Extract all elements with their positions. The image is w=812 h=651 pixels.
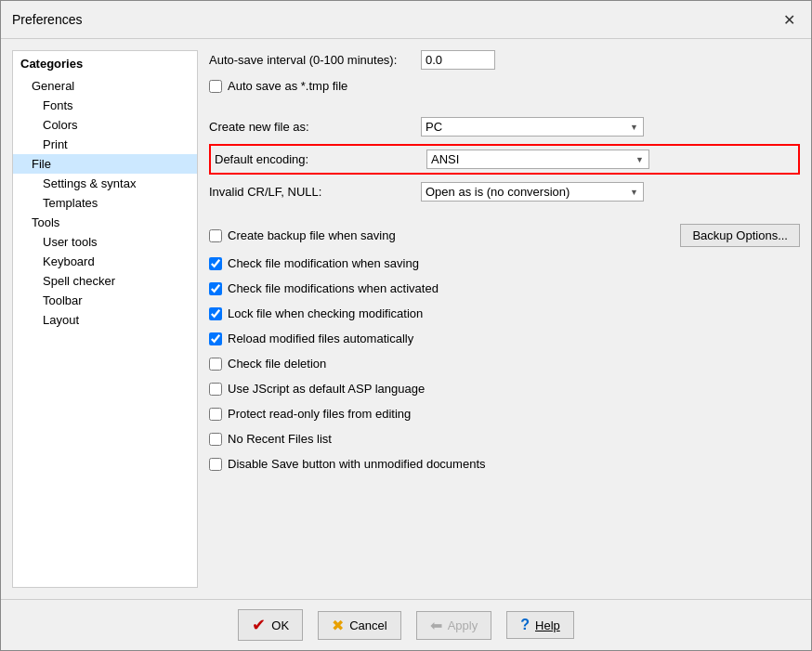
apply-button[interactable]: ⬅ Apply [416, 611, 492, 640]
backup-checkbox-row: Create backup file when saving [209, 227, 396, 244]
autosave-tmp-checkbox[interactable] [209, 80, 222, 93]
help-icon: ? [520, 617, 530, 633]
jscript-checkbox[interactable] [209, 383, 222, 396]
check-mod-activated-checkbox[interactable] [209, 282, 222, 295]
sidebar-item-colors[interactable]: Colors [13, 115, 197, 135]
help-button[interactable]: ? Help [506, 611, 574, 639]
create-new-select-wrapper: PC Unix Mac [421, 117, 644, 137]
dialog-title: Preferences [12, 12, 82, 27]
no-recent-label: No Recent Files list [228, 432, 332, 446]
reload-modified-row: Reload modified files automatically [209, 330, 800, 347]
protect-readonly-checkbox[interactable] [209, 408, 222, 421]
check-mod-saving-checkbox[interactable] [209, 257, 222, 270]
invalid-crlf-select[interactable]: Open as is (no conversion) Convert to Un… [421, 182, 644, 202]
sidebar-item-print[interactable]: Print [13, 135, 197, 154]
invalid-crlf-row: Invalid CR/LF, NULL: Open as is (no conv… [209, 182, 800, 202]
dialog-footer: ✔ OK ✖ Cancel ⬅ Apply ? Help [1, 599, 811, 650]
sidebar-item-keyboard[interactable]: Keyboard [13, 252, 197, 271]
sidebar-item-user-tools[interactable]: User tools [13, 232, 197, 252]
apply-label: Apply [448, 618, 478, 632]
close-button[interactable]: ✕ [778, 8, 800, 31]
protect-readonly-label: Protect read-only files from editing [228, 407, 411, 421]
default-encoding-row: Default encoding: ANSI UTF-8 UTF-16 UTF-… [209, 144, 800, 175]
check-mod-activated-label: Check file modifications when activated [228, 281, 439, 295]
lock-file-row: Lock file when checking modification [209, 305, 800, 322]
preferences-dialog: Preferences ✕ Categories General Fonts C… [0, 0, 812, 651]
sidebar-item-tools[interactable]: Tools [13, 213, 197, 232]
protect-readonly-row: Protect read-only files from editing [209, 405, 800, 423]
main-panel: Auto-save interval (0-100 minutes): Auto… [209, 50, 800, 588]
disable-save-row: Disable Save button with unmodified docu… [209, 455, 800, 473]
default-encoding-label: Default encoding: [215, 152, 419, 166]
sidebar-item-spell-checker[interactable]: Spell checker [13, 271, 197, 291]
ok-label: OK [271, 618, 289, 632]
no-recent-row: No Recent Files list [209, 430, 800, 448]
ok-icon: ✔ [252, 615, 266, 635]
title-bar: Preferences ✕ [1, 1, 811, 39]
check-deletion-label: Check file deletion [228, 357, 326, 371]
default-encoding-select-wrapper: ANSI UTF-8 UTF-16 UTF-32 [426, 150, 649, 169]
sidebar-item-layout[interactable]: Layout [13, 310, 197, 330]
reload-modified-checkbox[interactable] [209, 332, 222, 345]
lock-file-checkbox[interactable] [209, 307, 222, 320]
sidebar-item-file[interactable]: File [13, 154, 197, 174]
check-deletion-row: Check file deletion [209, 355, 800, 372]
create-new-label: Create new file as: [209, 120, 413, 134]
autosave-label: Auto-save interval (0-100 minutes): [209, 53, 413, 67]
sidebar-item-general[interactable]: General [13, 76, 197, 96]
sidebar-item-templates[interactable]: Templates [13, 193, 197, 213]
categories-sidebar: Categories General Fonts Colors Print Fi… [12, 50, 198, 588]
create-new-select[interactable]: PC Unix Mac [421, 117, 644, 137]
create-new-row: Create new file as: PC Unix Mac [209, 117, 800, 137]
disable-save-label: Disable Save button with unmodified docu… [228, 457, 486, 471]
backup-options-button[interactable]: Backup Options... [680, 224, 800, 247]
jscript-label: Use JScript as default ASP language [228, 382, 425, 396]
check-mod-saving-label: Check file modification when saving [228, 256, 419, 270]
check-mod-saving-row: Check file modification when saving [209, 254, 800, 272]
default-encoding-select[interactable]: ANSI UTF-8 UTF-16 UTF-32 [426, 150, 649, 169]
autosave-tmp-row: Auto save as *.tmp file [209, 77, 800, 95]
cancel-button[interactable]: ✖ Cancel [318, 611, 400, 640]
disable-save-checkbox[interactable] [209, 458, 222, 471]
sidebar-item-settings-syntax[interactable]: Settings & syntax [13, 174, 197, 193]
help-label: Help [535, 618, 560, 632]
check-deletion-checkbox[interactable] [209, 358, 222, 371]
backup-label: Create backup file when saving [228, 228, 396, 242]
sidebar-item-toolbar[interactable]: Toolbar [13, 291, 197, 310]
ok-button[interactable]: ✔ OK [238, 609, 303, 641]
lock-file-label: Lock file when checking modification [228, 306, 423, 320]
jscript-row: Use JScript as default ASP language [209, 380, 800, 397]
backup-checkbox[interactable] [209, 229, 222, 242]
reload-modified-label: Reload modified files automatically [228, 332, 413, 345]
sidebar-item-fonts[interactable]: Fonts [13, 96, 197, 115]
no-recent-checkbox[interactable] [209, 433, 222, 446]
autosave-input[interactable] [421, 50, 495, 70]
dialog-content: Categories General Fonts Colors Print Fi… [1, 39, 811, 599]
invalid-crlf-label: Invalid CR/LF, NULL: [209, 185, 413, 199]
cancel-icon: ✖ [332, 617, 344, 634]
check-mod-activated-row: Check file modifications when activated [209, 280, 800, 297]
autosave-row: Auto-save interval (0-100 minutes): [209, 50, 800, 70]
cancel-label: Cancel [349, 618, 386, 632]
backup-section: Create backup file when saving Backup Op… [209, 224, 800, 247]
autosave-tmp-label: Auto save as *.tmp file [228, 79, 347, 93]
apply-icon: ⬅ [430, 617, 442, 634]
invalid-crlf-select-wrapper: Open as is (no conversion) Convert to Un… [421, 182, 644, 202]
sidebar-header: Categories [13, 51, 197, 76]
